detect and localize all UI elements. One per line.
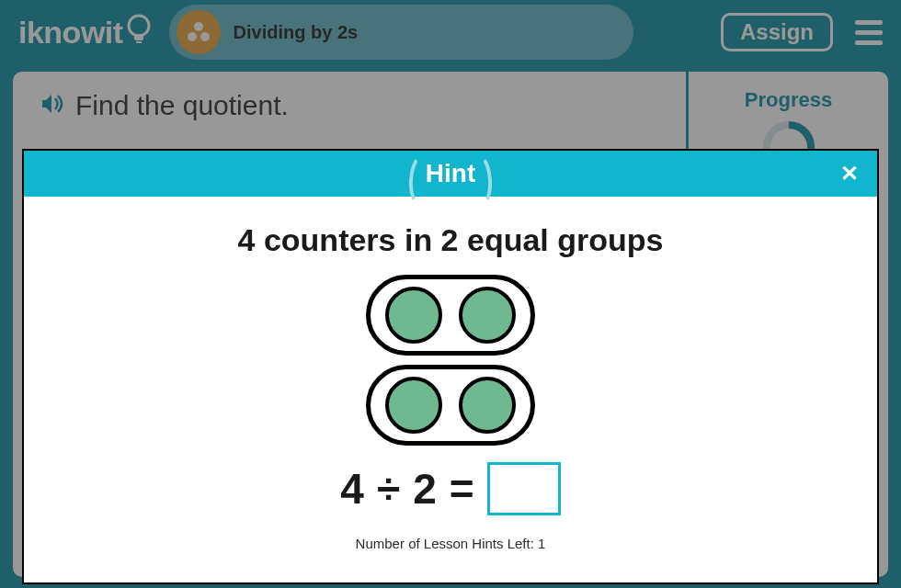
equals-icon: = (450, 464, 474, 514)
hints-left: Number of Lesson Hints Left: 1 (356, 536, 546, 551)
equation-a: 4 (340, 464, 364, 514)
counter-dot (385, 287, 442, 344)
answer-box[interactable] (487, 462, 561, 515)
modal-body: 4 counters in 2 equal groups 4 ÷ 2 = Num… (24, 197, 877, 582)
divide-icon: ÷ (377, 464, 400, 514)
counter-dot (459, 377, 516, 434)
counter-group (366, 365, 535, 446)
counter-dot (385, 377, 442, 434)
counter-groups (366, 275, 535, 446)
hints-left-value: 1 (538, 536, 545, 551)
counter-dot (459, 287, 516, 344)
counter-group (366, 275, 535, 356)
hint-modal: Hint ✕ 4 counters in 2 equal groups 4 ÷ … (22, 149, 879, 584)
close-icon[interactable]: ✕ (840, 161, 859, 187)
modal-header: Hint ✕ (24, 151, 877, 197)
equation-b: 2 (413, 464, 437, 514)
modal-title: Hint (426, 159, 475, 188)
hints-left-label: Number of Lesson Hints Left: (356, 536, 534, 551)
hint-text: 4 counters in 2 equal groups (238, 222, 664, 258)
equation: 4 ÷ 2 = (340, 462, 560, 515)
